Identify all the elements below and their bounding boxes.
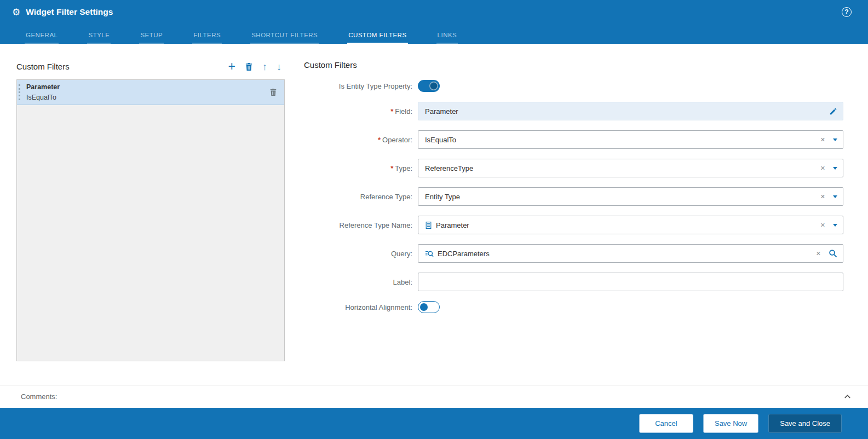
reference-type-name-value: Parameter (436, 221, 820, 229)
list-item[interactable]: Parameter IsEqualTo (17, 80, 284, 105)
plus-icon: + (228, 60, 235, 73)
type-row: *Type: ReferenceType ✕ (304, 159, 843, 177)
is-entity-type-property-label: Is Entity Type Property: (304, 82, 413, 90)
label-control (418, 273, 843, 291)
custom-filters-list: Parameter IsEqualTo (16, 79, 285, 361)
edit-icon[interactable] (829, 107, 837, 115)
trash-icon (269, 88, 277, 96)
query-row: Query: EDCParameters (304, 244, 843, 263)
tab-custom-filters[interactable]: CUSTOM FILTERS (347, 32, 407, 44)
operator-dropdown[interactable]: IsEqualTo ✕ (418, 130, 843, 149)
list-toolbar: + ↑ ↓ (228, 60, 285, 73)
arrow-up-icon: ↑ (262, 62, 267, 72)
chevron-down-icon[interactable] (833, 195, 837, 198)
field-label-text: Field: (395, 107, 412, 115)
cancel-button[interactable]: Cancel (639, 414, 693, 433)
title-row: ⚙ Widget Filter Settings (0, 0, 868, 24)
type-control: ReferenceType ✕ (418, 159, 843, 177)
field-row: *Field: Parameter (304, 102, 843, 120)
reference-type-name-row: Reference Type Name: Parameter ✕ (304, 216, 843, 234)
list-panel-title: Custom Filters (16, 62, 70, 71)
gear-icon: ⚙ (12, 8, 20, 17)
comments-label: Comments: (21, 392, 57, 401)
field-control: Parameter (418, 102, 843, 120)
dialog-header: ⚙ Widget Filter Settings ? GENERAL STYLE… (0, 0, 868, 44)
reference-type-name-label: Reference Type Name: (304, 221, 413, 229)
reference-type-label: Reference Type: (304, 193, 413, 201)
horizontal-alignment-label: Horizontal Alignment: (304, 303, 413, 311)
type-value: ReferenceType (425, 164, 820, 172)
drag-handle[interactable] (19, 84, 24, 100)
list-item-field: Parameter (26, 82, 269, 92)
delete-filter-button[interactable] (245, 62, 253, 71)
detail-panel-title: Custom Filters (304, 60, 843, 70)
tab-setup[interactable]: SETUP (139, 32, 164, 44)
reference-type-name-control: Parameter ✕ (418, 216, 843, 234)
move-down-button[interactable]: ↓ (277, 62, 281, 72)
toggle-knob (429, 82, 438, 90)
operator-value: IsEqualTo (425, 136, 820, 144)
query-label: Query: (304, 250, 413, 258)
trash-icon (245, 62, 253, 71)
label-input[interactable] (418, 273, 843, 291)
tab-links[interactable]: LINKS (436, 32, 458, 44)
main-content: Custom Filters + ↑ ↓ (0, 44, 868, 385)
dialog-footer: Cancel Save Now Save and Close (0, 408, 868, 439)
clear-icon[interactable]: ✕ (816, 250, 821, 257)
required-marker: * (378, 136, 381, 144)
move-up-button[interactable]: ↑ (262, 62, 267, 72)
dialog-title: Widget Filter Settings (26, 7, 113, 17)
reference-type-control: Entity Type ✕ (418, 187, 843, 206)
help-button[interactable]: ? (842, 7, 852, 17)
tab-style[interactable]: STYLE (87, 32, 111, 44)
field-label: *Field: (304, 107, 413, 115)
search-icon[interactable] (829, 249, 837, 258)
type-label-text: Type: (395, 164, 412, 172)
required-marker: * (390, 164, 393, 172)
tab-shortcut-filters[interactable]: SHORTCUT FILTERS (250, 32, 319, 44)
chevron-down-icon[interactable] (833, 138, 837, 141)
operator-row: *Operator: IsEqualTo ✕ (304, 130, 843, 149)
add-filter-button[interactable]: + (228, 60, 235, 73)
clear-icon[interactable]: ✕ (820, 222, 825, 229)
horizontal-alignment-toggle[interactable] (418, 301, 440, 313)
query-picker[interactable]: EDCParameters ✕ (418, 244, 843, 263)
operator-label: *Operator: (304, 136, 413, 144)
clear-icon[interactable]: ✕ (820, 165, 825, 172)
arrow-down-icon: ↓ (277, 62, 281, 72)
clear-icon[interactable]: ✕ (820, 136, 825, 143)
chevron-down-icon[interactable] (833, 224, 837, 227)
required-marker: * (390, 107, 393, 115)
toggle-knob (420, 303, 428, 311)
tab-bar: GENERAL STYLE SETUP FILTERS SHORTCUT FIL… (25, 24, 868, 44)
label-label: Label: (304, 278, 413, 286)
field-value: Parameter (425, 107, 829, 115)
chevron-up-icon[interactable] (843, 392, 852, 401)
list-item-delete-button[interactable] (269, 88, 284, 96)
reference-type-value: Entity Type (425, 193, 820, 201)
reference-type-name-dropdown[interactable]: Parameter ✕ (418, 216, 843, 234)
is-entity-type-property-control (418, 80, 843, 92)
query-value: EDCParameters (438, 250, 816, 258)
save-now-button[interactable]: Save Now (703, 414, 758, 433)
save-and-close-button[interactable]: Save and Close (768, 414, 842, 433)
list-panel-header: Custom Filters + ↑ ↓ (16, 60, 285, 73)
tab-general[interactable]: GENERAL (25, 32, 59, 44)
field-value-box[interactable]: Parameter (418, 102, 843, 120)
saved-query-icon (425, 250, 434, 258)
custom-filters-list-panel: Custom Filters + ↑ ↓ (16, 60, 285, 385)
operator-control: IsEqualTo ✕ (418, 130, 843, 149)
tab-filters[interactable]: FILTERS (192, 32, 222, 44)
reference-type-dropdown[interactable]: Entity Type ✕ (418, 187, 843, 206)
clear-icon[interactable]: ✕ (820, 193, 825, 200)
reference-type-row: Reference Type: Entity Type ✕ (304, 187, 843, 206)
horizontal-alignment-row: Horizontal Alignment: (304, 301, 843, 313)
chevron-down-icon[interactable] (833, 167, 837, 170)
operator-label-text: Operator: (382, 136, 412, 144)
document-icon (425, 221, 432, 229)
query-control: EDCParameters ✕ (418, 244, 843, 263)
type-dropdown[interactable]: ReferenceType ✕ (418, 159, 843, 177)
comments-section[interactable]: Comments: (0, 385, 868, 408)
label-row: Label: (304, 273, 843, 291)
is-entity-type-property-toggle[interactable] (418, 80, 440, 92)
